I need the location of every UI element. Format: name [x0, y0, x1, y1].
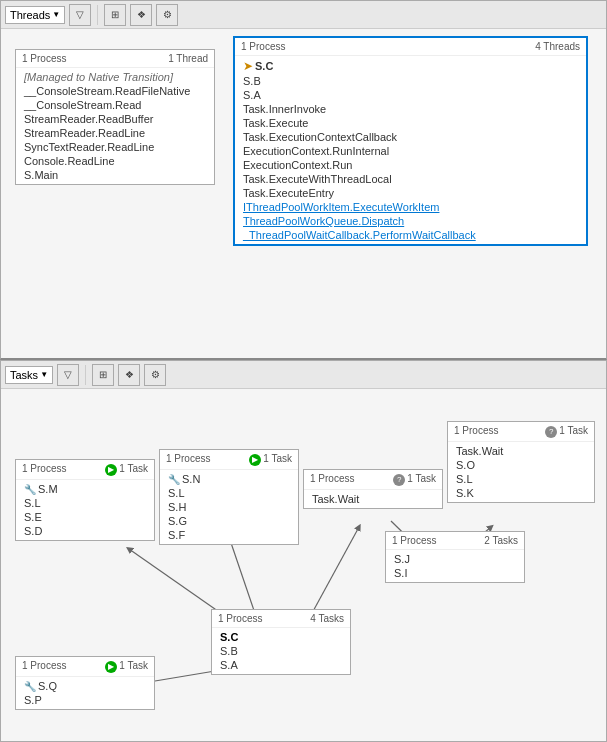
row-taskwait-small: Task.Wait — [304, 492, 442, 506]
card-sq-task-icon: ▶1 Task — [105, 660, 148, 673]
task-card-taskwait-small: 1 Process ?1 Task Task.Wait — [303, 469, 443, 509]
task-card-sc-bottom: 1 Process 4 Tasks S.C S.B S.A — [211, 609, 351, 675]
card2-header: 1 Process 4 Threads — [235, 38, 586, 56]
tasks-filter-btn[interactable]: ▽ — [57, 364, 79, 386]
row-sb: S.B — [235, 74, 586, 88]
task-card-taskwait-large: 1 Process ?1 Task Task.Wait S.O S.L S.K — [447, 421, 595, 503]
green-dot-icon: ▶ — [105, 464, 117, 476]
row-sg: S.G — [160, 514, 298, 528]
row-sb-bottom: S.B — [212, 644, 350, 658]
tasks-group-btn[interactable]: ⊞ — [92, 364, 114, 386]
row-sl-tw: S.L — [448, 472, 594, 486]
row-sh: S.H — [160, 500, 298, 514]
row-execute: Task.Execute — [235, 116, 586, 130]
tasks-toolbar: Tasks ▼ ▽ ⊞ ❖ ⚙ — [1, 361, 606, 389]
card-sm-process: 1 Process — [22, 463, 66, 476]
chevron-down-icon: ▼ — [52, 10, 60, 19]
thread-card-2: 1 Process 4 Threads ➤S.C S.B S.A Task.In… — [233, 36, 588, 246]
row-threadlocal: Task.ExecuteWithThreadLocal — [235, 172, 586, 186]
row-consolereadline: Console.ReadLine — [16, 154, 214, 168]
card-sji-tasks: 2 Tasks — [484, 535, 518, 546]
card-sq-body: 🔧S.Q S.P — [16, 677, 154, 709]
thread-card-1: 1 Process 1 Thread [Managed to Native Tr… — [15, 49, 215, 185]
card-tw-small-process: 1 Process — [310, 473, 354, 486]
card-sn-task-icon: ▶1 Task — [249, 453, 292, 466]
green-dot-icon-sn: ▶ — [249, 454, 261, 466]
green-dot-icon-sq: ▶ — [105, 661, 117, 673]
group-btn[interactable]: ⊞ — [104, 4, 126, 26]
card-sc-bottom-process: 1 Process — [218, 613, 262, 624]
card-tw-large-process: 1 Process — [454, 425, 498, 438]
row-waitcallback: _ThreadPoolWaitCallback.PerformWaitCallb… — [235, 228, 586, 242]
row-sa-bottom: S.A — [212, 658, 350, 672]
card-tw-small-task-icon: ?1 Task — [393, 473, 436, 486]
card-sq-process: 1 Process — [22, 660, 66, 673]
row-entry: Task.ExecuteEntry — [235, 186, 586, 200]
search-btn[interactable]: ⚙ — [156, 4, 178, 26]
card-sm-header: 1 Process ▶1 Task — [16, 460, 154, 480]
row-sa: S.A — [235, 88, 586, 102]
row-sl-sn: S.L — [160, 486, 298, 500]
card-sji-process: 1 Process — [392, 535, 436, 546]
tasks-dropdown[interactable]: Tasks ▼ — [5, 366, 53, 384]
card2-process: 1 Process — [241, 41, 285, 52]
row-sp: S.P — [16, 693, 154, 707]
row-readfilenative: __ConsoleStream.ReadFileNative — [16, 84, 214, 98]
row-readbuffer: StreamReader.ReadBuffer — [16, 112, 214, 126]
row-sl-sm: S.L — [16, 496, 154, 510]
card-tw-large-task-icon: ?1 Task — [545, 425, 588, 438]
threads-dropdown-label: Threads — [10, 9, 50, 21]
row-smain: S.Main — [16, 168, 214, 182]
row-sd: S.D — [16, 524, 154, 538]
row-si: S.I — [386, 566, 524, 580]
row-sn: 🔧S.N — [160, 472, 298, 486]
row-run: ExecutionContext.Run — [235, 158, 586, 172]
card-sc-bottom-body: S.C S.B S.A — [212, 628, 350, 674]
row-sm: 🔧S.M — [16, 482, 154, 496]
card-tw-large-header: 1 Process ?1 Task — [448, 422, 594, 442]
row-sc-bottom: S.C — [212, 630, 350, 644]
columns-btn[interactable]: ❖ — [130, 4, 152, 26]
row-sf: S.F — [160, 528, 298, 542]
wrench-icon-sq: 🔧 — [24, 681, 36, 692]
card-sm-task-icon: ▶1 Task — [105, 463, 148, 476]
card-tw-small-header: 1 Process ?1 Task — [304, 470, 442, 490]
row-dispatch: ThreadPoolWorkQueue.Dispatch — [235, 214, 586, 228]
card1-thread: 1 Thread — [168, 53, 208, 64]
tasks-dropdown-label: Tasks — [10, 369, 38, 381]
row-innerinvoke: Task.InnerInvoke — [235, 102, 586, 116]
card1-header: 1 Process 1 Thread — [16, 50, 214, 68]
row-workitem: IThreadPoolWorkItem.ExecuteWorkItem — [235, 200, 586, 214]
chevron-down-icon-tasks: ▼ — [40, 370, 48, 379]
card-sc-bottom-tasks: 4 Tasks — [310, 613, 344, 624]
threads-dropdown[interactable]: Threads ▼ — [5, 6, 65, 24]
card-sc-bottom-header: 1 Process 4 Tasks — [212, 610, 350, 628]
card-tw-large-body: Task.Wait S.O S.L S.K — [448, 442, 594, 502]
task-card-sm: 1 Process ▶1 Task 🔧S.M S.L S.E S.D — [15, 459, 155, 541]
card-sn-body: 🔧S.N S.L S.H S.G S.F — [160, 470, 298, 544]
row-readline1: StreamReader.ReadLine — [16, 126, 214, 140]
threads-panel: Threads ▼ ▽ ⊞ ❖ ⚙ 1 Process 1 Thread [Ma… — [0, 0, 607, 360]
row-execcontext-cb: Task.ExecutionContextCallback — [235, 130, 586, 144]
arrow-icon: ➤ — [243, 59, 253, 73]
row-sc: ➤S.C — [235, 58, 586, 74]
row-runinternal: ExecutionContext.RunInternal — [235, 144, 586, 158]
tasks-columns-btn[interactable]: ❖ — [118, 364, 140, 386]
card-sji-body: S.J S.I — [386, 550, 524, 582]
row-taskwait-large: Task.Wait — [448, 444, 594, 458]
row-sk: S.K — [448, 486, 594, 500]
row-sj: S.J — [386, 552, 524, 566]
wrench-icon-sm: 🔧 — [24, 484, 36, 495]
filter-btn[interactable]: ▽ — [69, 4, 91, 26]
task-card-sq: 1 Process ▶1 Task 🔧S.Q S.P — [15, 656, 155, 710]
card-sji-header: 1 Process 2 Tasks — [386, 532, 524, 550]
wrench-icon-sn: 🔧 — [168, 474, 180, 485]
card2-threads: 4 Threads — [535, 41, 580, 52]
card-sn-process: 1 Process — [166, 453, 210, 466]
row-managed: [Managed to Native Transition] — [16, 70, 214, 84]
card1-process: 1 Process — [22, 53, 66, 64]
tasks-search-btn[interactable]: ⚙ — [144, 364, 166, 386]
question-icon-tw-large: ? — [545, 426, 557, 438]
card-sn-header: 1 Process ▶1 Task — [160, 450, 298, 470]
card-tw-small-body: Task.Wait — [304, 490, 442, 508]
